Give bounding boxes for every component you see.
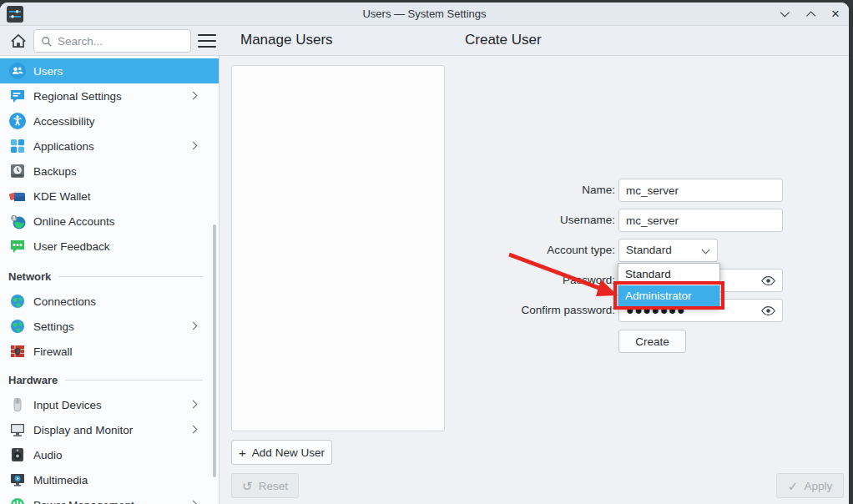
chevron-up-icon (806, 11, 815, 20)
regional-settings-icon (9, 88, 26, 104)
monitor-icon (9, 421, 26, 438)
globe-icon (9, 293, 26, 310)
account-type-label: Account type: (423, 239, 615, 262)
mouse-icon (9, 396, 26, 413)
username-label: Username: (423, 209, 615, 232)
search-input[interactable] (58, 30, 187, 52)
power-icon (9, 496, 26, 504)
sidebar-item-display-and-monitor[interactable]: Display and Monitor (0, 417, 220, 442)
sidebar-item-backups[interactable]: Backups (0, 159, 220, 184)
maximize-button[interactable] (804, 8, 817, 21)
search-icon (41, 36, 53, 48)
chevron-right-icon (189, 426, 198, 434)
window-title: Users — System Settings (0, 3, 849, 26)
sidebar-item-user-feedback[interactable]: User Feedback (0, 234, 220, 259)
show-password-icon[interactable] (760, 303, 776, 319)
menu-button[interactable] (198, 33, 216, 49)
account-type-popup: Standard Administrator (618, 263, 720, 307)
chevron-right-icon (189, 401, 198, 409)
firewall-icon (9, 343, 26, 360)
user-list-panel (231, 65, 445, 431)
check-icon: ✓ (788, 480, 799, 492)
sidebar-item-audio[interactable]: Audio (0, 442, 220, 467)
name-input[interactable] (618, 179, 783, 202)
reset-button[interactable]: ↺ Reset (231, 473, 299, 498)
sidebar-item-regional-settings[interactable]: Regional Settings (0, 83, 220, 108)
user-feedback-icon (9, 238, 26, 255)
users-icon (9, 63, 26, 79)
system-settings-window: Users — System Settings × Manage Users C… (0, 3, 849, 504)
sidebar-scrollbar[interactable] (213, 224, 216, 477)
header-band: Manage Users Create User (0, 26, 849, 56)
chevron-right-icon (189, 92, 198, 100)
sidebar-section-hardware: Hardware (0, 369, 220, 391)
add-new-user-button[interactable]: + Add New User (231, 440, 332, 465)
account-type-dropdown[interactable]: Standard (618, 239, 718, 262)
close-icon: × (831, 8, 840, 21)
chevron-right-icon (189, 501, 198, 504)
applications-icon (9, 138, 26, 154)
search-box (33, 29, 191, 53)
sidebar-item-accessibility[interactable]: Accessibility (0, 108, 220, 134)
online-accounts-icon (9, 213, 26, 229)
create-user-title: Create User (465, 32, 542, 48)
sidebar-item-online-accounts[interactable]: Online Accounts (0, 209, 220, 234)
sidebar-item-input-devices[interactable]: Input Devices (0, 392, 220, 417)
multimedia-icon (9, 471, 26, 488)
sidebar-item-power-management[interactable]: Power Management (0, 492, 220, 504)
titlebar: Users — System Settings × (0, 3, 849, 26)
sidebar-item-users[interactable]: Users (0, 58, 220, 83)
name-label: Name: (423, 179, 615, 202)
home-button[interactable] (9, 32, 28, 50)
sidebar-item-network-settings[interactable]: Settings (0, 314, 220, 339)
confirm-password-label: Confirm password: (423, 299, 615, 322)
sidebar-item-kde-wallet[interactable]: KDE Wallet (0, 184, 220, 209)
chevron-down-icon (780, 8, 790, 17)
sidebar-item-connections[interactable]: Connections (0, 289, 220, 314)
backups-icon (9, 163, 26, 179)
kde-wallet-icon (9, 188, 26, 204)
sidebar-item-multimedia[interactable]: Multimedia (0, 467, 220, 492)
create-button[interactable]: Create (618, 330, 686, 353)
password-label: Password: (423, 269, 615, 292)
undo-icon: ↺ (242, 480, 253, 492)
plus-icon: + (239, 446, 246, 459)
chevron-right-icon (189, 142, 198, 150)
apply-button[interactable]: ✓ Apply (776, 473, 844, 498)
minimize-button[interactable] (779, 8, 792, 21)
globe-icon (9, 318, 26, 335)
sidebar-item-applications[interactable]: Applications (0, 134, 220, 159)
option-administrator[interactable]: Administrator (618, 285, 719, 307)
chevron-right-icon (189, 322, 198, 330)
sidebar: Users Regional Settings Accessibility Ap… (0, 56, 220, 504)
accessibility-icon (9, 113, 26, 129)
sidebar-item-firewall[interactable]: Firewall (0, 339, 220, 364)
manage-users-title: Manage Users (240, 32, 333, 48)
speaker-icon (9, 446, 26, 463)
chevron-down-icon (702, 246, 710, 255)
show-password-icon[interactable] (760, 273, 776, 289)
close-button[interactable]: × (829, 8, 842, 21)
username-input[interactable] (618, 209, 783, 232)
option-standard[interactable]: Standard (618, 264, 719, 285)
sidebar-section-network: Network (0, 265, 220, 287)
